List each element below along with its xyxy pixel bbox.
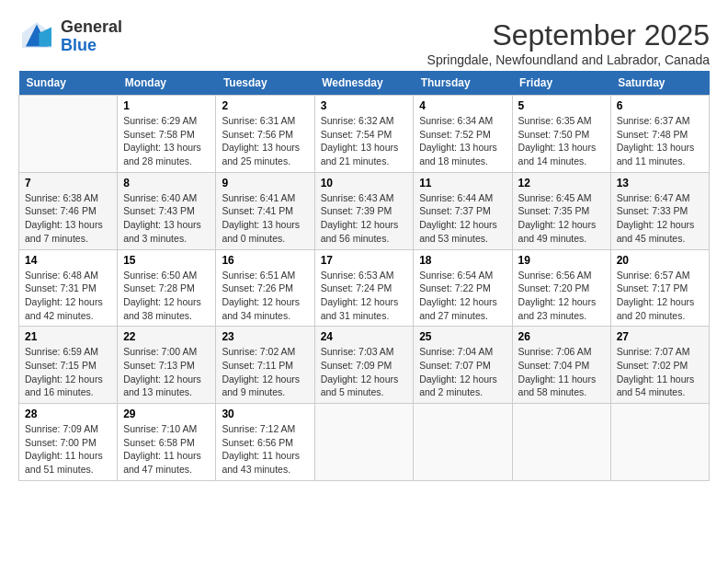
header-day-sunday: Sunday [19,71,118,96]
page-header: General Blue September 2025 Springdale, … [18,18,710,67]
calendar-cell: 24Sunrise: 7:03 AMSunset: 7:09 PMDayligh… [314,327,414,404]
calendar-table: SundayMondayTuesdayWednesdayThursdayFrid… [18,71,710,481]
calendar-week-1: 1Sunrise: 6:29 AMSunset: 7:58 PMDaylight… [19,96,710,173]
day-number: 2 [222,99,308,112]
calendar-cell [19,96,118,173]
day-number: 7 [25,177,111,190]
day-info: Sunrise: 6:43 AMSunset: 7:39 PMDaylight:… [321,191,408,246]
day-number: 27 [617,330,703,343]
day-number: 19 [518,254,605,267]
day-number: 29 [123,408,210,420]
header-day-wednesday: Wednesday [314,71,414,96]
day-number: 14 [25,254,111,267]
calendar-cell: 21Sunrise: 6:59 AMSunset: 7:15 PMDayligh… [19,327,118,404]
calendar-cell: 3Sunrise: 6:32 AMSunset: 7:54 PMDaylight… [314,96,414,173]
day-info: Sunrise: 7:07 AMSunset: 7:02 PMDaylight:… [617,345,703,399]
day-info: Sunrise: 6:56 AMSunset: 7:20 PMDaylight:… [518,269,605,323]
day-number: 3 [321,99,408,112]
day-number: 6 [617,99,703,112]
calendar-cell: 9Sunrise: 6:41 AMSunset: 7:41 PMDaylight… [216,172,314,249]
day-info: Sunrise: 7:06 AMSunset: 7:04 PMDaylight:… [518,345,605,399]
day-number: 24 [321,330,408,343]
day-info: Sunrise: 6:32 AMSunset: 7:54 PMDaylight:… [321,114,408,168]
day-number: 9 [222,177,308,190]
day-number: 20 [617,254,703,267]
day-number: 10 [321,177,408,190]
day-info: Sunrise: 7:03 AMSunset: 7:09 PMDaylight:… [321,345,408,399]
day-info: Sunrise: 6:37 AMSunset: 7:48 PMDaylight:… [617,114,703,168]
calendar-cell: 26Sunrise: 7:06 AMSunset: 7:04 PMDayligh… [512,327,610,404]
day-number: 8 [123,177,210,190]
calendar-cell: 18Sunrise: 6:54 AMSunset: 7:22 PMDayligh… [414,249,512,327]
day-info: Sunrise: 6:29 AMSunset: 7:58 PMDaylight:… [123,114,210,168]
calendar-cell [610,404,709,481]
day-number: 22 [123,330,210,343]
calendar-cell: 22Sunrise: 7:00 AMSunset: 7:13 PMDayligh… [118,327,216,404]
calendar-cell: 23Sunrise: 7:02 AMSunset: 7:11 PMDayligh… [216,327,314,404]
calendar-cell: 7Sunrise: 6:38 AMSunset: 7:46 PMDaylight… [19,172,118,249]
day-number: 16 [222,254,308,267]
day-info: Sunrise: 6:48 AMSunset: 7:31 PMDaylight:… [25,269,111,323]
calendar-body: 1Sunrise: 6:29 AMSunset: 7:58 PMDaylight… [19,96,710,481]
day-number: 17 [321,254,408,267]
header-day-thursday: Thursday [414,71,512,96]
calendar-cell: 5Sunrise: 6:35 AMSunset: 7:50 PMDaylight… [512,96,610,173]
calendar-cell: 25Sunrise: 7:04 AMSunset: 7:07 PMDayligh… [414,327,512,404]
day-info: Sunrise: 7:10 AMSunset: 6:58 PMDaylight:… [123,422,210,477]
calendar-cell: 19Sunrise: 6:56 AMSunset: 7:20 PMDayligh… [512,249,610,327]
day-info: Sunrise: 7:00 AMSunset: 7:13 PMDaylight:… [123,345,210,399]
calendar-cell: 2Sunrise: 6:31 AMSunset: 7:56 PMDaylight… [216,96,314,173]
calendar-cell: 29Sunrise: 7:10 AMSunset: 6:58 PMDayligh… [118,404,216,481]
calendar-cell: 27Sunrise: 7:07 AMSunset: 7:02 PMDayligh… [610,327,709,404]
day-info: Sunrise: 6:38 AMSunset: 7:46 PMDaylight:… [25,191,111,246]
calendar-week-3: 14Sunrise: 6:48 AMSunset: 7:31 PMDayligh… [19,249,710,327]
calendar-week-2: 7Sunrise: 6:38 AMSunset: 7:46 PMDaylight… [19,172,710,249]
header-day-monday: Monday [118,71,216,96]
day-info: Sunrise: 6:40 AMSunset: 7:43 PMDaylight:… [123,191,210,246]
calendar-cell: 6Sunrise: 6:37 AMSunset: 7:48 PMDaylight… [610,96,709,173]
day-number: 25 [419,330,506,343]
day-number: 11 [419,177,506,190]
day-info: Sunrise: 6:57 AMSunset: 7:17 PMDaylight:… [617,269,703,323]
day-info: Sunrise: 6:54 AMSunset: 7:22 PMDaylight:… [419,269,506,323]
day-number: 13 [617,177,703,190]
title-block: September 2025 Springdale, Newfoundland … [427,18,710,67]
day-info: Sunrise: 7:12 AMSunset: 6:56 PMDaylight:… [222,422,308,477]
day-number: 15 [123,254,210,267]
calendar-cell: 17Sunrise: 6:53 AMSunset: 7:24 PMDayligh… [314,249,414,327]
day-number: 26 [518,330,605,343]
calendar-cell: 4Sunrise: 6:34 AMSunset: 7:52 PMDaylight… [414,96,512,173]
day-number: 23 [222,330,308,343]
logo: General Blue [18,18,122,55]
day-number: 12 [518,177,605,190]
day-info: Sunrise: 6:50 AMSunset: 7:28 PMDaylight:… [123,269,210,323]
calendar-cell: 10Sunrise: 6:43 AMSunset: 7:39 PMDayligh… [314,172,414,249]
day-number: 30 [222,408,308,420]
day-info: Sunrise: 6:47 AMSunset: 7:33 PMDaylight:… [617,191,703,246]
day-number: 28 [25,408,111,420]
day-info: Sunrise: 6:45 AMSunset: 7:35 PMDaylight:… [518,191,605,246]
day-info: Sunrise: 6:34 AMSunset: 7:52 PMDaylight:… [419,114,506,168]
day-number: 21 [25,330,111,343]
day-info: Sunrise: 6:31 AMSunset: 7:56 PMDaylight:… [222,114,308,168]
day-number: 5 [518,99,605,112]
header-day-tuesday: Tuesday [216,71,314,96]
calendar-cell: 14Sunrise: 6:48 AMSunset: 7:31 PMDayligh… [19,249,118,327]
day-info: Sunrise: 7:09 AMSunset: 7:00 PMDaylight:… [25,422,111,477]
day-info: Sunrise: 6:51 AMSunset: 7:26 PMDaylight:… [222,269,308,323]
day-info: Sunrise: 6:35 AMSunset: 7:50 PMDaylight:… [518,114,605,168]
logo-text: General Blue [61,18,122,55]
logo-icon [18,18,55,55]
calendar-cell [512,404,610,481]
calendar-cell: 30Sunrise: 7:12 AMSunset: 6:56 PMDayligh… [216,404,314,481]
calendar-cell: 20Sunrise: 6:57 AMSunset: 7:17 PMDayligh… [610,249,709,327]
day-number: 1 [123,99,210,112]
day-number: 18 [419,254,506,267]
day-number: 4 [419,99,506,112]
calendar-cell: 15Sunrise: 6:50 AMSunset: 7:28 PMDayligh… [118,249,216,327]
day-info: Sunrise: 6:44 AMSunset: 7:37 PMDaylight:… [419,191,506,246]
day-info: Sunrise: 6:59 AMSunset: 7:15 PMDaylight:… [25,345,111,399]
calendar-cell: 12Sunrise: 6:45 AMSunset: 7:35 PMDayligh… [512,172,610,249]
calendar-week-4: 21Sunrise: 6:59 AMSunset: 7:15 PMDayligh… [19,327,710,404]
subtitle: Springdale, Newfoundland and Labrador, C… [427,52,710,67]
